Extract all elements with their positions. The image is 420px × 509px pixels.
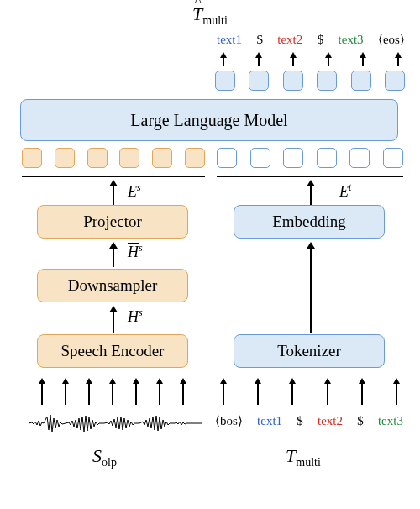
arrow-up-icon <box>307 242 315 333</box>
speech-encoder-label: Speech Encoder <box>61 342 165 360</box>
projector-block: Projector <box>37 205 188 239</box>
in-text2: text2 <box>318 414 343 428</box>
token-box <box>250 148 270 168</box>
arrow-up-icon <box>289 378 296 384</box>
downsampler-block: Downsampler <box>37 269 188 302</box>
output-token-labels: text1 $ text2 $ text3 ⟨eos⟩ <box>217 32 405 47</box>
token-box <box>152 148 172 168</box>
label-et: Et <box>339 181 351 201</box>
arrow-up-icon <box>255 378 261 384</box>
token-box <box>283 71 303 91</box>
divider <box>22 176 205 177</box>
downsampler-label: Downsampler <box>68 276 158 295</box>
arrow-up-icon <box>133 378 139 384</box>
arrow-up-icon <box>395 52 402 58</box>
architecture-diagram: Tmulti text1 $ text2 $ text3 ⟨eos⟩ Large… <box>0 0 420 509</box>
llm-block: Large Language Model <box>20 99 398 141</box>
in-bos: ⟨bos⟩ <box>215 413 243 428</box>
waveform-icon <box>29 408 202 438</box>
tokenizer-label: Tokenizer <box>277 342 341 360</box>
arrow-up-icon <box>180 378 186 384</box>
token-box <box>317 148 337 168</box>
token-box <box>22 148 42 168</box>
out-text3: text3 <box>339 33 364 47</box>
token-box <box>283 148 303 168</box>
label-hbar: Hs <box>128 242 143 261</box>
token-box <box>217 148 237 168</box>
arrow-up-icon <box>255 52 262 58</box>
embedding-block: Embedding <box>234 205 385 239</box>
label-es: Es <box>128 181 141 201</box>
out-text2: text2 <box>277 33 302 47</box>
token-box <box>351 71 371 91</box>
arrow-up-icon <box>359 378 365 384</box>
embedding-label: Embedding <box>272 213 346 231</box>
output-tokens <box>215 71 405 91</box>
output-symbol-base: T <box>192 3 202 24</box>
arrow-up-icon <box>324 378 331 384</box>
arrow-up-icon <box>62 378 69 384</box>
arrow-up-icon <box>109 306 118 333</box>
arrow-up-icon <box>109 180 118 205</box>
out-sep2: $ <box>318 33 324 47</box>
arrow-up-icon <box>86 378 92 384</box>
in-sep2: $ <box>357 414 364 428</box>
input-token-labels: ⟨bos⟩ text1 $ text2 $ text3 <box>215 413 403 428</box>
token-box <box>249 71 269 91</box>
output-symbol: Tmulti <box>0 3 420 28</box>
arrow-up-icon <box>325 52 332 58</box>
in-text1: text1 <box>257 414 282 428</box>
arrow-up-icon <box>109 242 118 267</box>
arrow-up-icon <box>307 180 315 205</box>
projector-label: Projector <box>83 213 142 231</box>
token-box <box>383 148 403 168</box>
arrow-up-icon <box>360 52 366 58</box>
divider <box>217 176 403 177</box>
in-sep1: $ <box>297 414 303 428</box>
arrow-up-icon <box>220 378 227 384</box>
arrow-up-icon <box>393 378 400 384</box>
llm-label: Large Language Model <box>130 111 287 130</box>
text-input-tokens <box>217 148 403 168</box>
out-sep1: $ <box>256 33 263 47</box>
text-input-symbol: Tmulti <box>286 445 321 470</box>
speech-encoder-block: Speech Encoder <box>37 334 188 368</box>
arrow-up-icon <box>156 378 163 384</box>
token-box <box>87 148 108 168</box>
token-box <box>349 148 370 168</box>
arrow-up-icon <box>39 378 45 384</box>
text-input-arrows <box>218 378 402 384</box>
arrow-up-icon <box>220 52 227 58</box>
out-text1: text1 <box>217 33 242 47</box>
token-box <box>215 71 235 91</box>
out-eos: ⟨eos⟩ <box>378 32 405 47</box>
tokenizer-block: Tokenizer <box>234 334 385 368</box>
arrow-up-icon <box>290 52 297 58</box>
token-box <box>185 148 205 168</box>
in-text3: text3 <box>378 414 403 428</box>
token-box <box>119 148 139 168</box>
label-hs: Hs <box>128 307 143 326</box>
token-box <box>55 148 75 168</box>
speech-input-arrows <box>37 378 188 384</box>
speech-input-symbol: Solp <box>92 445 117 470</box>
token-box <box>317 71 337 91</box>
output-arrows <box>217 52 405 58</box>
speech-input-tokens <box>22 148 205 168</box>
output-symbol-sub: multi <box>202 14 228 27</box>
arrow-up-icon <box>109 378 116 384</box>
token-box <box>385 71 405 91</box>
